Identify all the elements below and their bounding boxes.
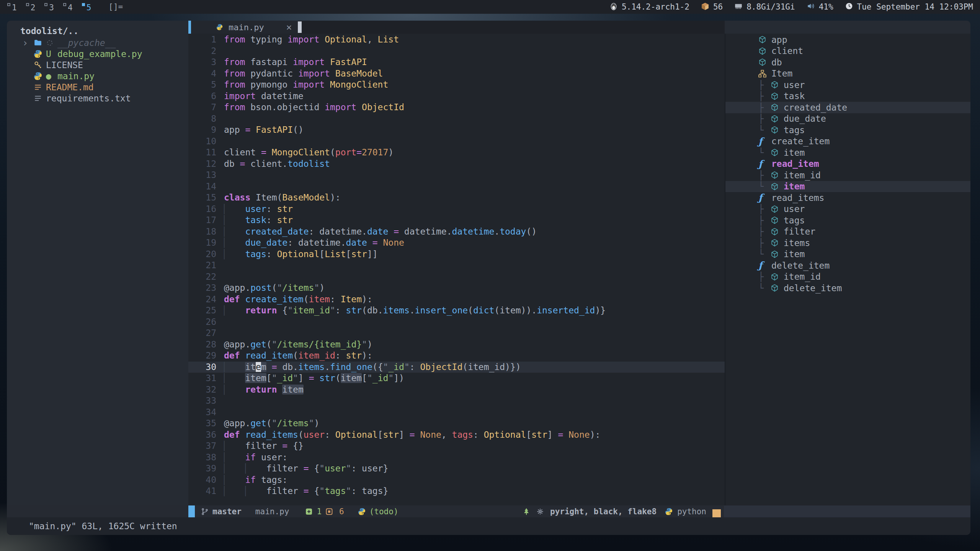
tagbar-item[interactable]: ├user: [725, 204, 970, 215]
symbol-name: delete_item: [771, 261, 830, 271]
tagbar-item[interactable]: └item: [725, 249, 970, 260]
filetree-item[interactable]: README.md: [7, 82, 188, 93]
tagbar-item[interactable]: ├created_date: [725, 102, 970, 113]
code-line[interactable]: 13: [188, 170, 725, 181]
code-line[interactable]: 19▏ due_date: datetime.date = None: [188, 237, 725, 249]
code-line[interactable]: 20▏ tags: Optional[List[str]]: [188, 249, 725, 260]
tagbar-item[interactable]: ƒdelete_item: [725, 260, 970, 271]
code-text: db = client.todolist: [224, 158, 330, 170]
tagbar-item[interactable]: Item: [725, 68, 970, 80]
markdown-icon: [34, 83, 46, 91]
code-line[interactable]: 25▏ return {"item_id": str(db.items.inse…: [188, 305, 725, 316]
tagbar-item[interactable]: ├task: [725, 91, 970, 102]
code-line[interactable]: 15class Item(BaseModel):: [188, 192, 725, 204]
code-line[interactable]: 5from pymongo import MongoClient: [188, 79, 725, 91]
filetree-item[interactable]: ›__pycache__: [7, 37, 188, 48]
code-line[interactable]: 24def create_item(item: Item):: [188, 294, 725, 305]
workspace-3[interactable]: 3: [42, 2, 60, 12]
code-line[interactable]: 10: [188, 136, 725, 147]
tree-icon: [523, 508, 530, 515]
line-number: 5: [188, 79, 216, 91]
filetree-item[interactable]: ●main.py: [7, 70, 188, 82]
filetree-item[interactable]: LICENSE: [7, 59, 188, 70]
tagbar-item[interactable]: └item: [725, 147, 970, 158]
code-editor[interactable]: 1from typing import Optional, List23from…: [188, 34, 725, 505]
code-line[interactable]: 39▏ ▏ filter = {"user": user}: [188, 463, 725, 474]
code-line[interactable]: 14: [188, 181, 725, 192]
line-number: 3: [188, 57, 216, 68]
tagbar-item[interactable]: ƒread_item: [725, 158, 970, 170]
code-line[interactable]: 21: [188, 260, 725, 271]
code-line[interactable]: 17▏ task: str: [188, 215, 725, 226]
code-line[interactable]: 16▏ user: str: [188, 204, 725, 215]
code-line[interactable]: 27: [188, 328, 725, 339]
code-line[interactable]: 40▏ if tags:: [188, 474, 725, 486]
code-line[interactable]: 4from pydantic import BaseModel: [188, 68, 725, 80]
code-line[interactable]: 2: [188, 46, 725, 57]
code-line[interactable]: 37▏ filter = {}: [188, 440, 725, 452]
line-number: 40: [188, 474, 216, 486]
line-number: 37: [188, 440, 216, 452]
code-line[interactable]: 18▏ created_date: datetime.date = dateti…: [188, 226, 725, 238]
tagbar-item[interactable]: ├tags: [725, 215, 970, 226]
close-icon[interactable]: ✕: [286, 22, 292, 33]
code-line[interactable]: 23@app.post("/items"): [188, 282, 725, 294]
line-number: 29: [188, 350, 216, 362]
tree-connector: └: [758, 181, 771, 191]
code-line[interactable]: 36def read_items(user: Optional[str] = N…: [188, 429, 725, 441]
line-number: 30: [188, 362, 216, 373]
code-line[interactable]: 6import datetime: [188, 91, 725, 102]
code-line[interactable]: 1from typing import Optional, List: [188, 34, 725, 46]
workspace-1[interactable]: 1: [5, 2, 23, 12]
code-line[interactable]: 34: [188, 407, 725, 418]
workspace-2[interactable]: 2: [23, 2, 42, 12]
code-line[interactable]: 26: [188, 316, 725, 328]
file-explorer-panel: todolist/.. ›__pycache__Udebug_example.p…: [7, 21, 188, 505]
tab-main-py[interactable]: main.py ✕: [191, 21, 298, 34]
file-explorer-root[interactable]: todolist/..: [7, 25, 188, 37]
git-branch-icon: [201, 508, 209, 515]
git-status-badge: U: [46, 49, 57, 59]
filetree-item[interactable]: requirements.txt: [7, 93, 188, 104]
filetree-item[interactable]: Udebug_example.py: [7, 48, 188, 59]
tagbar-item[interactable]: ƒcreate_item: [725, 136, 970, 147]
tagbar-item[interactable]: ├due_date: [725, 113, 970, 125]
code-line[interactable]: 12db = client.todolist: [188, 158, 725, 170]
code-line[interactable]: 22: [188, 271, 725, 283]
code-text: ▏ filter = {}: [224, 440, 304, 452]
code-line[interactable]: 3from fastapi import FastAPI: [188, 57, 725, 68]
cube-icon: [771, 273, 784, 281]
tagbar-item[interactable]: app: [725, 34, 970, 46]
workspace-4[interactable]: 4: [60, 2, 79, 12]
tagbar-item[interactable]: └tags: [725, 124, 970, 136]
code-line[interactable]: 38▏ if user:: [188, 452, 725, 463]
tagbar-item[interactable]: ƒread_items: [725, 192, 970, 204]
code-line[interactable]: 31▏ item["_id"] = str(item["_id"]): [188, 373, 725, 384]
code-line[interactable]: 32▏ return item: [188, 384, 725, 396]
tagbar-item[interactable]: ├item_id: [725, 271, 970, 283]
code-line[interactable]: 41▏ ▏ filter = {"tags": tags}: [188, 486, 725, 497]
code-line[interactable]: 11client = MongoClient(port=27017): [188, 147, 725, 158]
code-text: from fastapi import FastAPI: [224, 57, 367, 68]
code-line[interactable]: 9app = FastAPI(): [188, 124, 725, 136]
tagbar-item[interactable]: ├user: [725, 79, 970, 91]
tagbar-item[interactable]: └item: [725, 181, 970, 192]
tagbar-header-spacer: [725, 21, 970, 34]
code-line[interactable]: 35@app.get("/items"): [188, 418, 725, 429]
code-line[interactable]: 30▏ item = db.items.find_one({"_id": Obj…: [188, 362, 725, 373]
code-line[interactable]: 7from bson.objectid import ObjectId: [188, 102, 725, 113]
code-line[interactable]: 8: [188, 113, 725, 125]
tagbar-item[interactable]: ├item_id: [725, 170, 970, 181]
tagbar-item[interactable]: ├filter: [725, 226, 970, 238]
tagbar-item[interactable]: └delete_item: [725, 282, 970, 294]
code-line[interactable]: 29def read_item(item_id: str):: [188, 350, 725, 362]
code-line[interactable]: 28@app.get("/items/{item_id}"): [188, 339, 725, 350]
file-name: requirements.txt: [46, 93, 131, 103]
tagbar-item[interactable]: db: [725, 57, 970, 68]
line-number: 39: [188, 463, 216, 474]
tree-connector: ├: [758, 204, 771, 214]
tagbar-item[interactable]: ├items: [725, 237, 970, 249]
workspace-5[interactable]: 5: [79, 2, 98, 12]
code-line[interactable]: 33: [188, 395, 725, 407]
tagbar-item[interactable]: client: [725, 46, 970, 57]
